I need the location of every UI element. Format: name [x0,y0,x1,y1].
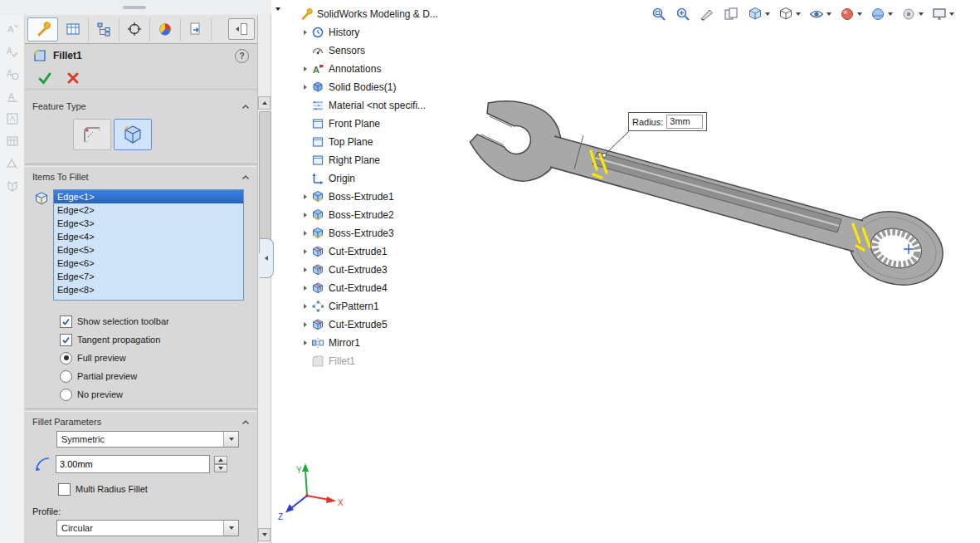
help-icon[interactable]: ? [235,49,249,63]
tree-item-cut-extrude4[interactable]: Cut-Extrude4 [288,279,438,297]
tab-propertymanager[interactable] [27,17,58,42]
cancel-button[interactable] [66,71,80,86]
tree-item-cut-extrude5[interactable]: Cut-Extrude5 [288,316,438,334]
collapse-chevron-icon[interactable] [241,172,250,182]
tab-pane-extra[interactable] [181,17,212,42]
tree-item-root[interactable]: SolidWorks Modeling & D... [288,5,438,23]
tree-item-mirror1[interactable]: Mirror1 [288,334,438,352]
tree-item-cut-extrude3[interactable]: Cut-Extrude3 [288,261,438,279]
note-icon[interactable]: A [2,20,22,38]
dropdown-caret-icon[interactable] [826,12,831,16]
list-item[interactable]: Edge<2> [54,203,243,217]
spin-down-button[interactable] [214,464,227,472]
dropdown-caret-icon[interactable] [919,12,924,16]
dropdown-arrow-button[interactable] [223,432,238,447]
expand-arrow-icon[interactable] [304,231,307,236]
symmetry-dropdown[interactable]: Symmetric [56,431,239,448]
tab-overflow-button[interactable] [228,18,255,40]
multi-radius-checkbox[interactable]: Multi Radius Fillet [25,480,257,498]
filletxpert-button[interactable] [114,119,152,150]
weld-symbol-icon[interactable] [2,132,22,150]
expand-arrow-icon[interactable] [304,66,307,71]
tree-item-cut-extrude1[interactable]: Cut-Extrude1 [288,242,438,261]
no-preview-radio[interactable]: No preview [25,385,257,404]
profile-dropdown[interactable]: Circular [56,520,239,536]
dropdown-caret-icon[interactable] [888,12,893,16]
tab-configurationmanager[interactable] [58,17,89,42]
panel-top-bar[interactable] [0,0,274,16]
list-item[interactable]: Edge<5> [54,243,243,257]
expand-arrow-icon[interactable] [304,267,307,272]
tree-item-top-plane[interactable]: Top Plane [288,133,438,151]
scroll-down-button[interactable] [258,528,271,541]
surface-finish-icon[interactable] [2,110,22,128]
callout-radius-field[interactable]: 3mm [666,115,703,129]
geometric-tolerance-icon[interactable] [2,154,22,173]
dropdown-caret-icon[interactable] [796,12,801,16]
collapse-chevron-icon[interactable] [241,101,250,111]
list-item[interactable]: Edge<4> [54,230,243,243]
tab-displaymanager-target[interactable] [119,17,150,42]
fullscreen-button[interactable] [929,3,956,25]
tree-item-origin[interactable]: Origin [288,169,438,188]
display-style-button[interactable] [776,3,802,25]
full-preview-radio[interactable]: Full preview [25,349,257,367]
manual-fillet-button[interactable] [73,119,111,150]
radius-spinner[interactable] [214,456,227,472]
tree-item-boss-extrude2[interactable]: Boss-Extrude2 [288,206,438,224]
panel-drag-handle-icon[interactable] [123,6,146,9]
edit-appearance-button[interactable] [837,3,864,25]
spin-up-button[interactable] [214,456,227,464]
block-icon[interactable] [2,177,22,195]
tree-item-sensors[interactable]: Sensors [288,42,438,60]
graphics-area[interactable]: SolidWorks Modeling & D... History Senso… [271,0,980,543]
radius-input[interactable] [56,455,210,473]
scrollbar-thumb[interactable] [259,111,271,254]
view-orientation-button[interactable] [745,3,772,25]
tree-item-annotations[interactable]: A Annotations [288,60,438,78]
tree-item-material[interactable]: Material <not specifi... [288,96,438,115]
zoom-fit-button[interactable] [649,3,669,25]
list-item[interactable]: Edge<1> [54,190,243,203]
list-item[interactable]: Edge<7> [54,270,243,283]
items-to-fillet-list[interactable]: Edge<1> Edge<2> Edge<3> Edge<4> Edge<5> … [53,189,244,301]
tree-item-solid-bodies[interactable]: Solid Bodies(1) [288,78,438,96]
tangent-propagation-checkbox[interactable]: Tangent propagation [25,330,257,349]
expand-arrow-icon[interactable] [304,213,307,218]
spellcheck-icon[interactable]: A [2,42,22,61]
compare-view-button[interactable] [721,3,741,25]
show-selection-toolbar-checkbox[interactable]: Show selection toolbar [25,312,257,330]
dropdown-arrow-button[interactable] [223,521,238,536]
scroll-up-button[interactable] [258,96,271,110]
tree-item-history[interactable]: History [288,23,438,42]
dropdown-caret-icon[interactable] [857,12,862,16]
expand-arrow-icon[interactable] [304,249,307,254]
expand-arrow-icon[interactable] [304,286,307,291]
list-item[interactable]: Edge<6> [54,257,243,270]
expand-arrow-icon[interactable] [304,85,307,90]
tree-item-boss-extrude3[interactable]: Boss-Extrude3 [288,224,438,242]
tree-item-right-plane[interactable]: Right Plane [288,151,438,169]
tree-collapse-arrow[interactable] [275,7,280,11]
collapse-chevron-icon[interactable] [241,417,250,427]
partial-preview-radio[interactable]: Partial preview [25,367,257,385]
panel-scrollbar[interactable] [258,15,271,543]
view-settings-button[interactable] [899,3,925,25]
expand-arrow-icon[interactable] [304,304,307,309]
tree-item-cirpattern1[interactable]: CirPattern1 [288,297,438,316]
tab-appearance-pie[interactable] [150,17,181,42]
tree-item-front-plane[interactable]: Front Plane [288,115,438,133]
fillet-parameters-section-header[interactable]: Fillet Parameters [25,412,257,431]
hide-show-items-button[interactable] [807,3,833,25]
dropdown-caret-icon[interactable] [949,12,954,16]
expand-arrow-icon[interactable] [304,194,307,199]
list-item[interactable]: Edge<3> [54,217,243,230]
section-view-button[interactable] [697,3,717,25]
expand-arrow-icon[interactable] [304,30,307,35]
zoom-area-button[interactable] [673,3,693,25]
dropdown-caret-icon[interactable] [765,12,770,16]
expand-arrow-icon[interactable] [304,340,307,345]
balloon-icon[interactable]: A [2,65,22,83]
feature-type-section-header[interactable]: Feature Type [25,96,257,115]
tab-dimxpertmanager[interactable] [89,17,119,42]
